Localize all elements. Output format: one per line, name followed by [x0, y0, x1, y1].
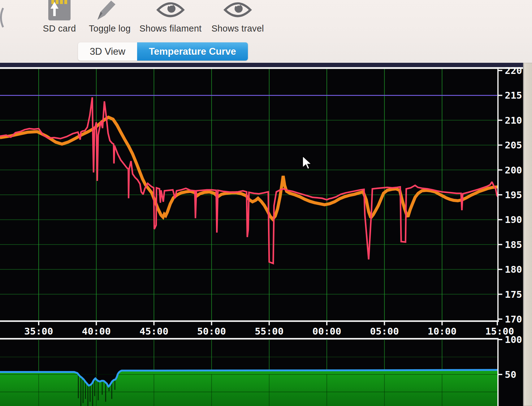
repetier-host-window: 22021521020520019519018518017517035:0040… [0, 0, 532, 406]
x-tick-label-10:00: 10:00 [428, 326, 456, 337]
y-tick-label-185: 185 [505, 239, 522, 250]
pen-icon [89, 0, 126, 21]
y-axis-line [497, 67, 499, 322]
x-tick-label-55:00: 55:00 [255, 326, 283, 337]
view-tab-bar: 3D View Temperature Curve [78, 42, 248, 61]
x-tick-label-05:00: 05:00 [370, 326, 399, 337]
eye-icon [138, 0, 203, 21]
y-tick-label-215: 215 [505, 90, 522, 101]
y-tick-label-170: 170 [505, 314, 522, 325]
y-tick-label-175: 175 [505, 289, 522, 300]
shows-travel-label: Shows travel [207, 24, 269, 34]
y-tick-label-220: 220 [505, 65, 522, 76]
y-tick-label-195: 195 [505, 189, 522, 200]
y-tick-label-210: 210 [505, 115, 522, 126]
x-tick-label-45:00: 45:00 [140, 326, 168, 337]
sd-card-icon [41, 0, 78, 21]
y-tick-label-190: 190 [505, 214, 522, 225]
x-tick-label-35:00: 35:00 [24, 326, 53, 337]
cropped-toolbar-icon [0, 7, 4, 30]
y-tick-label-180: 180 [505, 264, 522, 275]
shows-filament-button[interactable]: Shows filament [138, 0, 203, 34]
tab-3d-view[interactable]: 3D View [78, 42, 137, 61]
sd-card-button[interactable]: SD card [41, 0, 78, 34]
tab-temperature-curve[interactable]: Temperature Curve [137, 42, 248, 61]
tab-3d-view-label: 3D View [90, 46, 125, 57]
screen-bezel-edge [523, 63, 532, 406]
y-tick-label-200: 200 [505, 165, 522, 176]
bottom-plot-top-border [0, 338, 499, 340]
bottom-y-tick-label-100: 100 [505, 334, 522, 345]
eye-icon [207, 0, 269, 21]
bottom-y-tick-label-50: 50 [505, 369, 516, 380]
shows-travel-button[interactable]: Shows travel [207, 0, 269, 34]
output-power-fill [0, 370, 498, 406]
sd-card-label: SD card [41, 24, 78, 34]
x-tick-label-50:00: 50:00 [197, 326, 226, 337]
chart-top-bevel [0, 63, 523, 67]
x-tick-label-00:00: 00:00 [312, 326, 341, 337]
chart-background [0, 63, 532, 406]
bottom-y-axis-line [497, 338, 499, 406]
x-axis-line [0, 320, 499, 322]
toggle-log-label: Toggle log [89, 24, 126, 34]
x-tick-label-40:00: 40:00 [82, 326, 111, 337]
tab-temperature-curve-label: Temperature Curve [149, 46, 236, 57]
toggle-log-button[interactable]: Toggle log [89, 0, 126, 34]
plot-top-border [0, 67, 523, 69]
shows-filament-label: Shows filament [138, 24, 203, 34]
y-tick-label-205: 205 [505, 139, 522, 151]
